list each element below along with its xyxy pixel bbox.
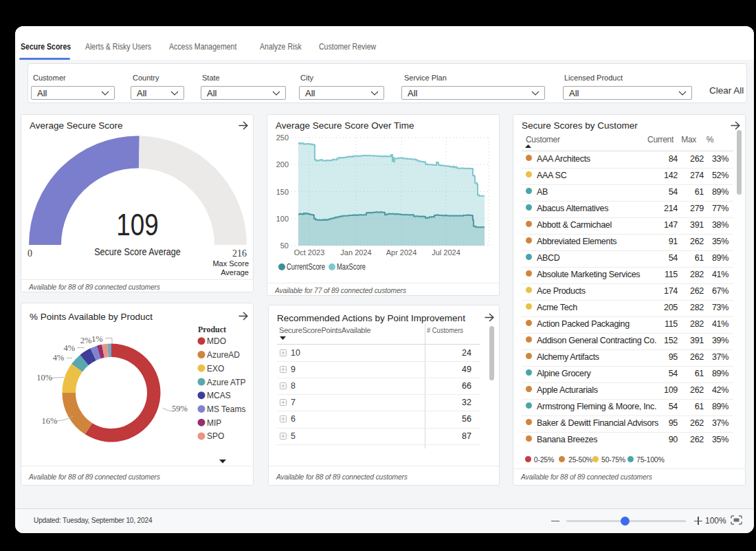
svg-text:MCAS: MCAS [207,391,231,400]
svg-text:Oct 2023: Oct 2023 [294,248,325,257]
svg-text:AzureAD: AzureAD [207,350,240,360]
svg-text:Azure ATP: Azure ATP [207,378,245,387]
svg-text:Product: Product [198,325,226,334]
svg-text:0: 0 [27,248,32,259]
svg-text:Jul 2024: Jul 2024 [432,248,460,257]
svg-text:4%: 4% [53,353,65,363]
svg-text:109: 109 [116,208,159,242]
svg-text:10%: 10% [36,373,52,382]
svg-text:Apr 2024: Apr 2024 [386,248,417,257]
svg-text:CurrentScore: CurrentScore [287,262,325,272]
svg-text:16%: 16% [42,416,58,426]
svg-text:59%: 59% [172,404,188,413]
svg-text:4%: 4% [64,343,76,353]
svg-text:2%: 2% [80,336,92,345]
svg-text:Jan 2024: Jan 2024 [340,248,371,257]
svg-text:Average: Average [221,268,249,277]
svg-text:MS Teams: MS Teams [207,404,245,414]
svg-text:50: 50 [280,241,289,250]
svg-text:EXO: EXO [207,364,224,374]
svg-text:SPO: SPO [207,431,224,441]
svg-text:Max Score: Max Score [212,259,249,268]
svg-text:Secure Score Average: Secure Score Average [94,246,181,257]
svg-text:100: 100 [276,215,289,223]
svg-text:216: 216 [232,248,247,259]
svg-text:150: 150 [276,188,289,196]
svg-text:1%: 1% [91,334,103,344]
svg-text:250: 250 [276,133,289,142]
svg-text:MaxScore: MaxScore [337,262,366,272]
svg-text:MDO: MDO [207,336,226,346]
svg-text:MIP: MIP [207,418,221,428]
svg-text:200: 200 [276,160,289,169]
